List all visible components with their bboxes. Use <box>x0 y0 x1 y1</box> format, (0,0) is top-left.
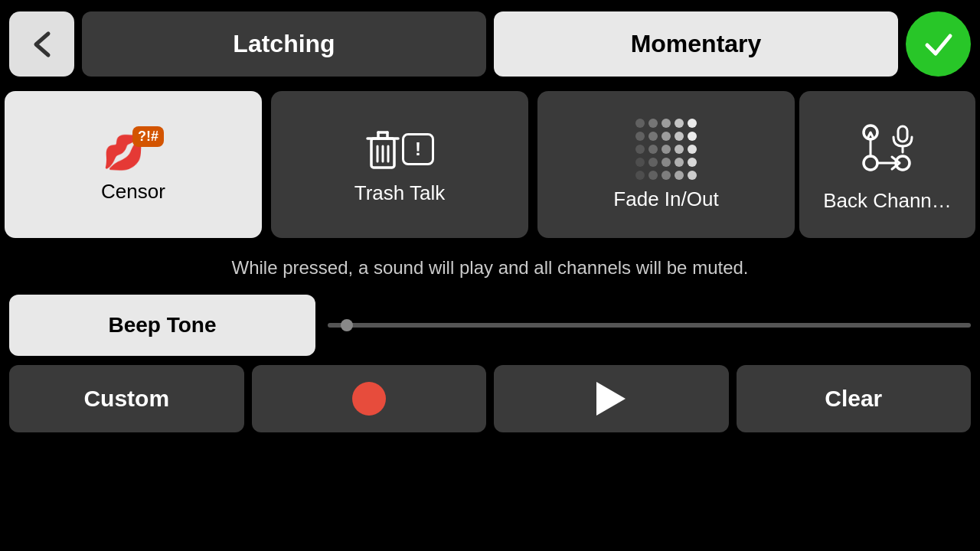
beep-row: Beep Tone <box>6 295 974 356</box>
trash-icon <box>365 128 400 171</box>
card-back-channel[interactable]: Back Chann… <box>799 91 975 238</box>
audio-slider[interactable] <box>328 323 971 328</box>
exclaim-icon: ! <box>402 133 434 165</box>
svg-point-9 <box>864 156 877 170</box>
action-row: Custom Clear <box>6 365 974 432</box>
record-icon <box>352 382 386 416</box>
cards-row: 💋 ?!# Censor ! Trash Talk <box>0 88 980 241</box>
censor-icon: 💋 ?!# <box>103 126 164 172</box>
play-icon <box>596 382 626 416</box>
trash-talk-icon: ! <box>365 125 434 174</box>
curse-bubble: ?!# <box>132 126 164 147</box>
description-text: While pressed, a sound will play and all… <box>0 241 980 295</box>
confirm-button[interactable] <box>906 11 971 77</box>
back-channel-label: Back Chann… <box>823 189 952 213</box>
bottom-section: Beep Tone Custom Clear <box>0 295 980 432</box>
custom-button[interactable]: Custom <box>9 365 244 432</box>
svg-rect-13 <box>898 126 907 142</box>
clear-button[interactable]: Clear <box>737 365 972 432</box>
fade-inout-label: Fade In/Out <box>613 187 718 211</box>
record-button[interactable] <box>252 365 487 432</box>
card-trash-talk[interactable]: ! Trash Talk <box>271 91 528 238</box>
play-button[interactable] <box>494 365 729 432</box>
card-censor[interactable]: 💋 ?!# Censor <box>5 91 262 238</box>
back-button[interactable] <box>9 11 74 77</box>
fade-icon <box>635 119 697 180</box>
beep-tone-button[interactable]: Beep Tone <box>9 295 315 356</box>
trash-talk-label: Trash Talk <box>354 181 446 205</box>
header: Latching Momentary <box>0 0 980 88</box>
back-channel-icon <box>857 117 918 181</box>
tab-latching[interactable]: Latching <box>82 11 486 77</box>
card-fade-inout[interactable]: Fade In/Out <box>537 91 795 238</box>
slider-thumb <box>341 319 353 331</box>
tab-momentary[interactable]: Momentary <box>494 11 898 77</box>
censor-label: Censor <box>101 180 165 204</box>
